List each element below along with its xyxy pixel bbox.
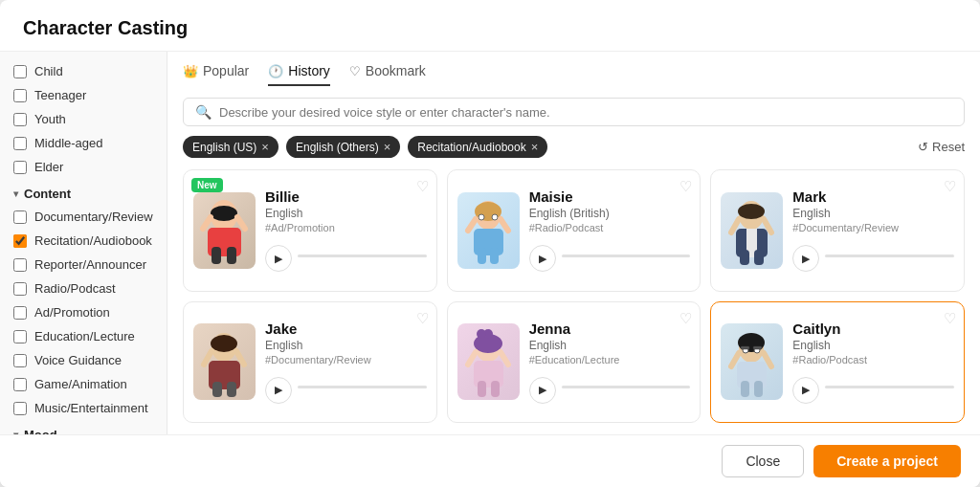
tab-bookmark[interactable]: ♡ Bookmark — [349, 63, 426, 86]
avatar-billie — [193, 192, 256, 269]
progress-caitlyn — [825, 386, 954, 388]
caitlyn-play-area: ▶ — [792, 371, 954, 404]
play-button-mark[interactable]: ▶ — [792, 245, 819, 272]
filter-english-us[interactable]: English (US) × — [183, 136, 278, 158]
character-card-caitlyn[interactable]: Caitlyn English #Radio/Podcast ▶ ♡ — [710, 301, 965, 424]
progress-mark — [825, 255, 954, 257]
checkbox-teenager[interactable] — [13, 89, 27, 102]
chevron-icon: ▾ — [13, 188, 18, 199]
filter-recitation[interactable]: Recitation/Audiobook × — [408, 136, 547, 158]
reset-icon: ↺ — [918, 140, 928, 154]
sidebar-item-recitation[interactable]: Recitation/Audiobook — [0, 229, 167, 253]
svg-point-2 — [211, 206, 237, 221]
checkbox-radio[interactable] — [13, 282, 27, 296]
checkbox-recitation[interactable] — [13, 234, 27, 248]
play-button-caitlyn[interactable]: ▶ — [792, 377, 819, 404]
sidebar-item-education[interactable]: Education/Lecture — [0, 324, 167, 348]
reset-button[interactable]: ↺ Reset — [918, 140, 965, 154]
main-content: 👑 Popular 🕐 History ♡ Bookmark 🔍 — [167, 52, 980, 434]
caitlyn-name: Caitlyn — [792, 321, 954, 337]
character-card-jake[interactable]: Jake English #Documentary/Review ▶ ♡ — [183, 301, 437, 424]
tab-history[interactable]: 🕐 History — [268, 63, 330, 86]
mood-section-label: Mood — [24, 428, 57, 434]
sidebar-item-voice-guidance[interactable]: Voice Guidance — [0, 348, 167, 372]
character-card-jenna[interactable]: Jenna English #Education/Lecture ▶ ♡ — [447, 301, 702, 424]
heart-button-jake[interactable]: ♡ — [416, 310, 429, 327]
character-card-mark[interactable]: Mark English #Documentary/Review ▶ ♡ — [710, 169, 965, 292]
billie-play-area: ▶ — [265, 239, 427, 272]
play-button-jake[interactable]: ▶ — [265, 377, 292, 404]
sidebar-item-music[interactable]: Music/Entertainment — [0, 396, 167, 420]
jake-play-area: ▶ — [265, 371, 427, 404]
svg-rect-15 — [490, 248, 499, 264]
filter-english-others[interactable]: English (Others) × — [286, 136, 400, 158]
mark-name: Mark — [792, 188, 954, 205]
checkbox-reporter[interactable] — [13, 258, 27, 272]
remove-filter-recitation[interactable]: × — [531, 140, 539, 154]
jake-info: Jake English #Documentary/Review ▶ — [265, 321, 427, 404]
sidebar-label-child: Child — [34, 64, 63, 78]
sidebar-item-documentary[interactable]: Documentary/Review — [0, 205, 167, 229]
sidebar-label-elder: Elder — [34, 160, 63, 174]
sidebar-item-ad[interactable]: Ad/Promotion — [0, 300, 167, 324]
avatar-maisie — [457, 192, 520, 269]
checkbox-game[interactable] — [13, 378, 27, 391]
avatar-mark — [721, 192, 783, 269]
checkbox-middle-aged[interactable] — [13, 137, 27, 150]
play-button-maisie[interactable]: ▶ — [529, 245, 556, 272]
sidebar-item-middle-aged[interactable]: Middle-aged — [0, 131, 167, 155]
tab-history-label: History — [288, 63, 330, 78]
filter-english-others-label: English (Others) — [296, 141, 379, 154]
filter-english-us-label: English (US) — [192, 141, 256, 154]
checkbox-elder[interactable] — [13, 161, 27, 174]
checkbox-child[interactable] — [13, 65, 27, 78]
remove-filter-english-others[interactable]: × — [384, 140, 391, 154]
sidebar: Child Teenager Youth Middle-aged Elder ▾ — [0, 52, 167, 434]
tab-bookmark-label: Bookmark — [366, 63, 426, 78]
filters-row: English (US) × English (Others) × Recita… — [183, 136, 965, 158]
sidebar-label-youth: Youth — [34, 112, 66, 126]
sidebar-item-teenager[interactable]: Teenager — [0, 83, 167, 107]
checkbox-documentary[interactable] — [13, 210, 27, 224]
search-input[interactable] — [219, 105, 952, 120]
checkbox-voice-guidance[interactable] — [13, 354, 27, 367]
heart-button-mark[interactable]: ♡ — [944, 178, 956, 195]
modal-body: Child Teenager Youth Middle-aged Elder ▾ — [0, 52, 980, 434]
character-card-billie[interactable]: New Billie E — [183, 169, 437, 292]
sidebar-item-game[interactable]: Game/Animation — [0, 372, 167, 396]
sidebar-item-youth[interactable]: Youth — [0, 107, 167, 131]
sidebar-item-reporter[interactable]: Reporter/Announcer — [0, 253, 167, 277]
tab-popular[interactable]: 👑 Popular — [183, 63, 249, 86]
play-button-billie[interactable]: ▶ — [265, 245, 292, 272]
create-project-button[interactable]: Create a project — [813, 445, 961, 477]
content-section-header[interactable]: ▾ Content — [0, 179, 167, 205]
heart-button-maisie[interactable]: ♡ — [679, 178, 692, 195]
checkbox-music[interactable] — [13, 402, 27, 415]
avatar-jake — [193, 323, 256, 400]
checkbox-education[interactable] — [13, 330, 27, 343]
svg-rect-6 — [227, 247, 236, 264]
billie-info: Billie English #Ad/Promotion ▶ — [265, 188, 427, 272]
sidebar-item-elder[interactable]: Elder — [0, 155, 167, 179]
progress-maisie — [562, 255, 691, 257]
remove-filter-english-us[interactable]: × — [261, 140, 269, 154]
checkbox-ad[interactable] — [13, 306, 27, 320]
svg-point-26 — [211, 335, 237, 352]
checkbox-youth[interactable] — [13, 113, 27, 126]
sidebar-item-radio[interactable]: Radio/Podcast — [0, 277, 167, 300]
play-button-jenna[interactable]: ▶ — [529, 377, 556, 404]
svg-rect-46 — [753, 346, 762, 349]
mood-section-header[interactable]: ▾ Mood — [0, 420, 167, 434]
popular-icon: 👑 — [183, 64, 198, 78]
sidebar-label-music: Music/Entertainment — [34, 401, 148, 415]
svg-line-13 — [501, 219, 508, 231]
close-button[interactable]: Close — [722, 445, 804, 477]
jake-name: Jake — [265, 321, 427, 337]
heart-button-caitlyn[interactable]: ♡ — [944, 310, 956, 327]
billie-tag: #Ad/Promotion — [265, 222, 427, 233]
character-card-maisie[interactable]: Maisie English (British) #Radio/Podcast … — [447, 169, 702, 292]
heart-button-billie[interactable]: ♡ — [416, 178, 429, 195]
heart-button-jenna[interactable]: ♡ — [679, 310, 692, 327]
jenna-lang: English — [529, 339, 691, 352]
sidebar-item-child[interactable]: Child — [0, 59, 167, 83]
